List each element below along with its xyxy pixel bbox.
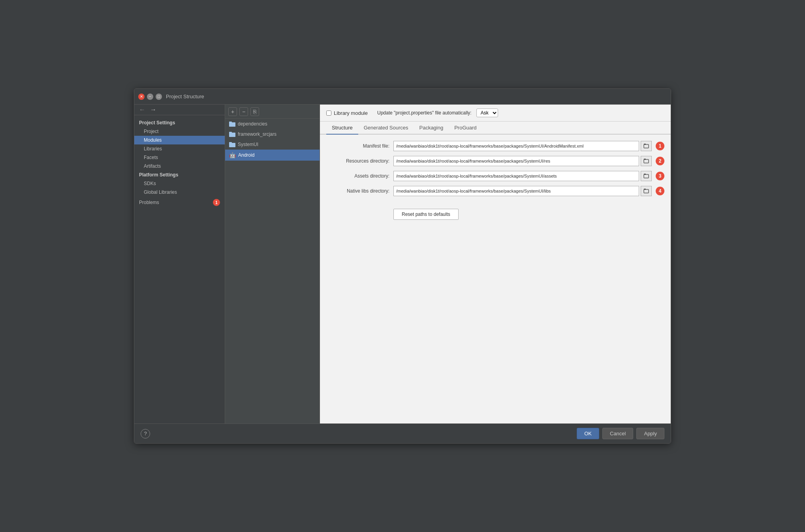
forward-button[interactable]: → bbox=[149, 106, 158, 113]
folder-icon bbox=[229, 131, 235, 137]
problems-label: Problems bbox=[139, 200, 159, 205]
help-button[interactable]: ? bbox=[141, 429, 150, 438]
update-select[interactable]: Ask Yes No bbox=[476, 109, 498, 117]
android-icon: 🤖 bbox=[229, 152, 236, 158]
sidebar-item-facets[interactable]: Facets bbox=[134, 153, 225, 162]
manifest-browse-button[interactable] bbox=[641, 141, 652, 151]
sidebar-item-artifacts[interactable]: Artifacts bbox=[134, 162, 225, 170]
back-button[interactable]: ← bbox=[137, 106, 147, 113]
browse-icon bbox=[643, 173, 649, 179]
close-button[interactable]: ✕ bbox=[138, 94, 145, 100]
apply-button[interactable]: Apply bbox=[636, 428, 664, 439]
nav-arrows: ← → bbox=[134, 105, 225, 115]
module-name-systemui: SystemUI bbox=[238, 142, 258, 147]
bottom-bar: ? OK Cancel Apply bbox=[134, 423, 671, 443]
cancel-button[interactable]: Cancel bbox=[602, 428, 633, 439]
project-settings-title: Project Settings bbox=[134, 118, 225, 127]
native-libs-input[interactable] bbox=[393, 186, 639, 196]
svg-rect-12 bbox=[644, 189, 649, 193]
module-item-framework-srcjars[interactable]: framework_srcjars bbox=[225, 129, 320, 139]
sidebar-item-libraries[interactable]: Libraries bbox=[134, 144, 225, 153]
tab-packaging[interactable]: Packaging bbox=[414, 122, 449, 135]
platform-settings-title: Platform Settings bbox=[134, 170, 225, 179]
remove-module-button[interactable]: − bbox=[239, 107, 248, 116]
title-bar: ✕ − □ Project Structure bbox=[134, 89, 671, 105]
native-libs-browse-button[interactable] bbox=[641, 186, 652, 196]
tab-bar: Structure Generated Sources Packaging Pr… bbox=[320, 122, 671, 135]
resources-browse-button[interactable] bbox=[641, 156, 652, 166]
library-module-checkbox[interactable] bbox=[326, 111, 331, 116]
tab-proguard[interactable]: ProGuard bbox=[449, 122, 482, 135]
svg-rect-8 bbox=[644, 159, 649, 163]
library-module-checkbox-label[interactable]: Library module bbox=[326, 110, 368, 116]
module-name-framework-srcjars: framework_srcjars bbox=[238, 131, 276, 137]
assets-row: Assets directory: 3 bbox=[326, 171, 664, 181]
form-area: Manifest file: 1 Resources directory: bbox=[320, 135, 671, 423]
folder-icon bbox=[229, 121, 235, 127]
browse-icon bbox=[643, 188, 649, 194]
bottom-left: ? bbox=[141, 429, 574, 438]
browse-icon bbox=[643, 143, 649, 149]
resources-label: Resources directory: bbox=[326, 158, 393, 164]
module-list: + − ⎘ dependencies framework_srcjars Sys… bbox=[225, 105, 320, 423]
module-name-android: Android bbox=[238, 152, 254, 158]
tab-structure[interactable]: Structure bbox=[326, 122, 358, 135]
tab-generated-sources[interactable]: Generated Sources bbox=[358, 122, 414, 135]
problems-badge: 1 bbox=[213, 199, 220, 206]
badge-3: 3 bbox=[656, 172, 664, 180]
assets-browse-button[interactable] bbox=[641, 171, 652, 181]
sidebar-nav: Project Settings Project Modules Librari… bbox=[134, 115, 225, 423]
module-name-dependencies: dependencies bbox=[238, 121, 267, 127]
reset-paths-button[interactable]: Reset paths to defaults bbox=[393, 209, 459, 220]
svg-rect-5 bbox=[229, 142, 232, 144]
window-controls: ✕ − □ bbox=[138, 94, 162, 100]
module-item-systemui[interactable]: SystemUI bbox=[225, 139, 320, 150]
update-label: Update "project.properties" file automat… bbox=[377, 110, 472, 116]
sidebar-item-modules[interactable]: Modules bbox=[134, 136, 225, 144]
assets-input-wrap: 3 bbox=[393, 171, 664, 181]
resources-input[interactable] bbox=[393, 156, 639, 166]
ok-button[interactable]: OK bbox=[577, 428, 599, 439]
sidebar-item-problems[interactable]: Problems 1 bbox=[134, 197, 225, 208]
window-title: Project Structure bbox=[166, 94, 667, 99]
add-module-button[interactable]: + bbox=[228, 107, 237, 116]
svg-rect-11 bbox=[644, 174, 646, 175]
native-libs-label: Native libs directory: bbox=[326, 188, 393, 194]
maximize-button[interactable]: □ bbox=[156, 94, 162, 100]
native-libs-input-wrap: 4 bbox=[393, 186, 664, 196]
native-libs-row: Native libs directory: 4 bbox=[326, 186, 664, 196]
manifest-input-wrap: 1 bbox=[393, 141, 664, 151]
main-area: ← → Project Settings Project Modules Lib… bbox=[134, 105, 671, 423]
library-module-label: Library module bbox=[334, 110, 368, 116]
svg-rect-9 bbox=[644, 159, 646, 160]
svg-rect-1 bbox=[229, 122, 232, 123]
svg-rect-10 bbox=[644, 174, 649, 178]
badge-2: 2 bbox=[656, 157, 664, 165]
sidebar: ← → Project Settings Project Modules Lib… bbox=[134, 105, 225, 423]
folder-icon bbox=[229, 142, 235, 147]
resources-row: Resources directory: 2 bbox=[326, 156, 664, 166]
sidebar-item-project[interactable]: Project bbox=[134, 127, 225, 136]
module-item-dependencies[interactable]: dependencies bbox=[225, 119, 320, 129]
main-content: Library module Update "project.propertie… bbox=[320, 105, 671, 423]
assets-input[interactable] bbox=[393, 171, 639, 181]
sidebar-item-global-libraries[interactable]: Global Libraries bbox=[134, 188, 225, 197]
badge-4: 4 bbox=[656, 187, 664, 195]
top-bar: Library module Update "project.propertie… bbox=[320, 105, 671, 122]
manifest-row: Manifest file: 1 bbox=[326, 141, 664, 151]
copy-module-button[interactable]: ⎘ bbox=[250, 107, 259, 116]
badge-1: 1 bbox=[656, 142, 664, 150]
browse-icon bbox=[643, 158, 649, 164]
sidebar-item-sdks[interactable]: SDKs bbox=[134, 179, 225, 188]
resources-input-wrap: 2 bbox=[393, 156, 664, 166]
svg-rect-3 bbox=[229, 132, 232, 133]
assets-label: Assets directory: bbox=[326, 173, 393, 179]
minimize-button[interactable]: − bbox=[147, 94, 153, 100]
svg-rect-7 bbox=[644, 144, 646, 145]
svg-rect-6 bbox=[644, 144, 649, 148]
project-structure-window: ✕ − □ Project Structure ← → Project Sett… bbox=[134, 88, 671, 444]
svg-rect-13 bbox=[644, 189, 646, 190]
manifest-input[interactable] bbox=[393, 141, 639, 151]
module-item-android[interactable]: 🤖 Android bbox=[225, 150, 320, 161]
manifest-label: Manifest file: bbox=[326, 143, 393, 149]
